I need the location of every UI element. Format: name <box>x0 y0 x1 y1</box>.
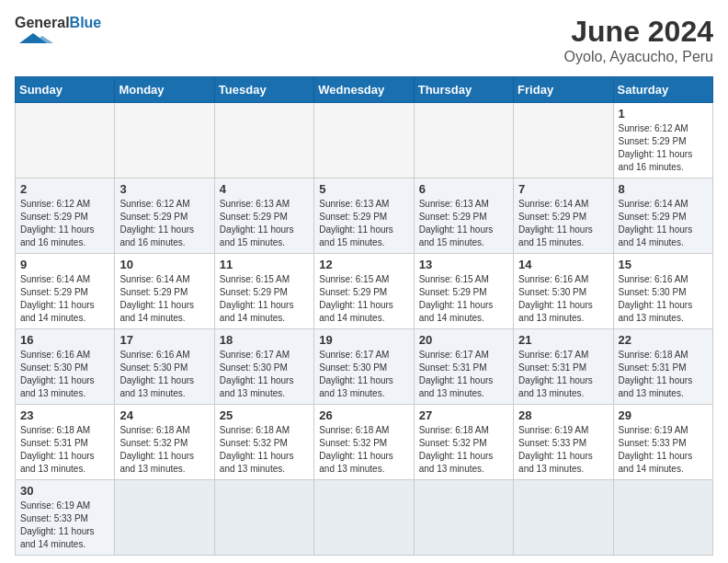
day-info: Sunrise: 6:19 AM Sunset: 5:33 PM Dayligh… <box>20 500 109 551</box>
day-info: Sunrise: 6:13 AM Sunset: 5:29 PM Dayligh… <box>220 198 309 249</box>
day-info: Sunrise: 6:17 AM Sunset: 5:31 PM Dayligh… <box>518 349 608 400</box>
day-info: Sunrise: 6:15 AM Sunset: 5:29 PM Dayligh… <box>220 273 309 325</box>
calendar-cell: 24Sunrise: 6:18 AM Sunset: 5:32 PM Dayli… <box>115 405 214 480</box>
day-number: 10 <box>119 258 209 271</box>
day-info: Sunrise: 6:14 AM Sunset: 5:29 PM Dayligh… <box>119 273 209 325</box>
logo: GeneralBlue <box>15 15 101 44</box>
calendar-cell: 28Sunrise: 6:19 AM Sunset: 5:33 PM Dayli… <box>514 405 613 480</box>
day-info: Sunrise: 6:16 AM Sunset: 5:30 PM Dayligh… <box>119 349 209 400</box>
calendar-cell <box>514 480 613 556</box>
day-number: 17 <box>119 333 209 347</box>
calendar-cell: 18Sunrise: 6:17 AM Sunset: 5:30 PM Dayli… <box>214 329 313 405</box>
day-info: Sunrise: 6:17 AM Sunset: 5:30 PM Dayligh… <box>319 349 408 400</box>
calendar-cell: 8Sunrise: 6:14 AM Sunset: 5:29 PM Daylig… <box>613 178 712 254</box>
day-number: 30 <box>20 484 109 498</box>
calendar-cell: 29Sunrise: 6:19 AM Sunset: 5:33 PM Dayli… <box>613 405 712 480</box>
weekday-header-sunday: Sunday <box>16 77 115 103</box>
calendar-cell: 10Sunrise: 6:14 AM Sunset: 5:29 PM Dayli… <box>115 254 214 329</box>
day-number: 2 <box>20 182 109 196</box>
day-number: 20 <box>419 333 508 347</box>
day-info: Sunrise: 6:18 AM Sunset: 5:31 PM Dayligh… <box>619 349 708 400</box>
day-info: Sunrise: 6:15 AM Sunset: 5:29 PM Dayligh… <box>419 273 508 325</box>
weekday-header-tuesday: Tuesday <box>214 77 313 103</box>
day-number: 18 <box>220 333 309 347</box>
day-info: Sunrise: 6:18 AM Sunset: 5:32 PM Dayligh… <box>220 424 309 476</box>
calendar-cell: 6Sunrise: 6:13 AM Sunset: 5:29 PM Daylig… <box>414 178 513 254</box>
day-info: Sunrise: 6:18 AM Sunset: 5:32 PM Dayligh… <box>319 424 408 476</box>
day-info: Sunrise: 6:16 AM Sunset: 5:30 PM Dayligh… <box>619 273 708 325</box>
calendar-week-row: 30Sunrise: 6:19 AM Sunset: 5:33 PM Dayli… <box>16 480 713 556</box>
weekday-header-row: SundayMondayTuesdayWednesdayThursdayFrid… <box>16 77 713 103</box>
calendar-cell: 17Sunrise: 6:16 AM Sunset: 5:30 PM Dayli… <box>115 329 214 405</box>
day-info: Sunrise: 6:15 AM Sunset: 5:29 PM Dayligh… <box>319 273 408 325</box>
weekday-header-saturday: Saturday <box>613 77 712 103</box>
day-info: Sunrise: 6:12 AM Sunset: 5:29 PM Dayligh… <box>119 198 209 249</box>
day-number: 22 <box>619 333 708 347</box>
calendar-cell <box>414 103 513 178</box>
day-info: Sunrise: 6:14 AM Sunset: 5:29 PM Dayligh… <box>518 198 608 249</box>
calendar-cell: 12Sunrise: 6:15 AM Sunset: 5:29 PM Dayli… <box>314 254 414 329</box>
month-title: June 2024 <box>564 15 713 49</box>
day-number: 24 <box>119 408 209 422</box>
day-number: 1 <box>619 107 708 121</box>
calendar-table: SundayMondayTuesdayWednesdayThursdayFrid… <box>15 76 713 556</box>
day-number: 13 <box>419 258 508 271</box>
day-number: 23 <box>20 408 109 422</box>
weekday-header-monday: Monday <box>115 77 214 103</box>
day-number: 16 <box>20 333 109 347</box>
calendar-cell: 4Sunrise: 6:13 AM Sunset: 5:29 PM Daylig… <box>214 178 313 254</box>
day-info: Sunrise: 6:18 AM Sunset: 5:32 PM Dayligh… <box>119 424 209 476</box>
calendar-cell <box>613 480 712 556</box>
calendar-cell <box>314 480 414 556</box>
calendar-cell: 22Sunrise: 6:18 AM Sunset: 5:31 PM Dayli… <box>613 329 712 405</box>
calendar-cell: 26Sunrise: 6:18 AM Sunset: 5:32 PM Dayli… <box>314 405 414 480</box>
calendar-cell: 1Sunrise: 6:12 AM Sunset: 5:29 PM Daylig… <box>613 103 712 178</box>
calendar-cell: 3Sunrise: 6:12 AM Sunset: 5:29 PM Daylig… <box>115 178 214 254</box>
day-number: 5 <box>319 182 408 196</box>
weekday-header-wednesday: Wednesday <box>314 77 414 103</box>
calendar-cell <box>16 103 115 178</box>
calendar-week-row: 23Sunrise: 6:18 AM Sunset: 5:31 PM Dayli… <box>16 405 713 480</box>
calendar-cell <box>115 480 214 556</box>
day-info: Sunrise: 6:16 AM Sunset: 5:30 PM Dayligh… <box>20 349 109 400</box>
logo-triangle-icon <box>15 31 70 44</box>
day-info: Sunrise: 6:17 AM Sunset: 5:30 PM Dayligh… <box>220 349 309 400</box>
calendar-cell <box>115 103 214 178</box>
day-info: Sunrise: 6:16 AM Sunset: 5:30 PM Dayligh… <box>518 273 608 325</box>
calendar-cell <box>414 480 513 556</box>
calendar-cell <box>314 103 414 178</box>
calendar-cell <box>214 103 313 178</box>
day-info: Sunrise: 6:18 AM Sunset: 5:32 PM Dayligh… <box>419 424 508 476</box>
day-info: Sunrise: 6:12 AM Sunset: 5:29 PM Dayligh… <box>619 122 708 174</box>
calendar-week-row: 9Sunrise: 6:14 AM Sunset: 5:29 PM Daylig… <box>16 254 713 329</box>
weekday-header-friday: Friday <box>514 77 613 103</box>
calendar-week-row: 16Sunrise: 6:16 AM Sunset: 5:30 PM Dayli… <box>16 329 713 405</box>
weekday-header-thursday: Thursday <box>414 77 513 103</box>
day-number: 3 <box>119 182 209 196</box>
day-info: Sunrise: 6:18 AM Sunset: 5:31 PM Dayligh… <box>20 424 109 476</box>
header: GeneralBlue June 2024 Oyolo, Ayacucho, P… <box>15 15 713 65</box>
calendar-cell: 9Sunrise: 6:14 AM Sunset: 5:29 PM Daylig… <box>16 254 115 329</box>
calendar-cell <box>214 480 313 556</box>
calendar-cell: 20Sunrise: 6:17 AM Sunset: 5:31 PM Dayli… <box>414 329 513 405</box>
day-number: 25 <box>220 408 309 422</box>
day-number: 28 <box>518 408 608 422</box>
calendar-cell: 11Sunrise: 6:15 AM Sunset: 5:29 PM Dayli… <box>214 254 313 329</box>
calendar-cell: 2Sunrise: 6:12 AM Sunset: 5:29 PM Daylig… <box>16 178 115 254</box>
calendar-cell <box>514 103 613 178</box>
day-info: Sunrise: 6:17 AM Sunset: 5:31 PM Dayligh… <box>419 349 508 400</box>
calendar-cell: 30Sunrise: 6:19 AM Sunset: 5:33 PM Dayli… <box>16 480 115 556</box>
day-number: 4 <box>220 182 309 196</box>
calendar-cell: 5Sunrise: 6:13 AM Sunset: 5:29 PM Daylig… <box>314 178 414 254</box>
calendar-cell: 15Sunrise: 6:16 AM Sunset: 5:30 PM Dayli… <box>613 254 712 329</box>
day-number: 9 <box>20 258 109 271</box>
calendar-week-row: 1Sunrise: 6:12 AM Sunset: 5:29 PM Daylig… <box>16 103 713 178</box>
logo-container: GeneralBlue <box>15 15 101 44</box>
calendar-cell: 27Sunrise: 6:18 AM Sunset: 5:32 PM Dayli… <box>414 405 513 480</box>
day-number: 6 <box>419 182 508 196</box>
day-number: 12 <box>319 258 408 271</box>
day-info: Sunrise: 6:19 AM Sunset: 5:33 PM Dayligh… <box>619 424 708 476</box>
logo-icon: GeneralBlue <box>15 15 101 44</box>
day-number: 7 <box>518 182 608 196</box>
calendar-cell: 19Sunrise: 6:17 AM Sunset: 5:30 PM Dayli… <box>314 329 414 405</box>
